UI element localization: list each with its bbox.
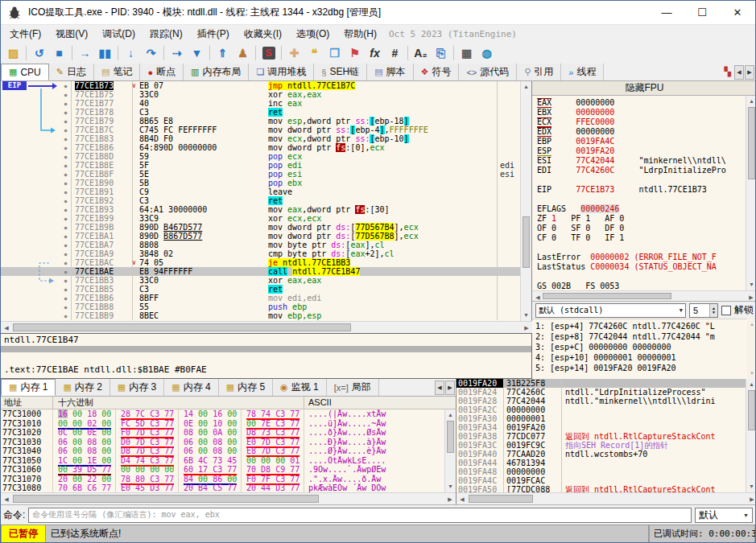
register-line[interactable] [537, 195, 746, 204]
stack-argument-row[interactable]: 3: [esp+C] 00000000 00000000 [535, 342, 747, 352]
stack-row[interactable]: 0019FA4446781394 [456, 459, 746, 467]
breakpoint-dot[interactable]: ● [60, 241, 72, 249]
disasm-row[interactable]: ●77CE1BB98BECmov ebp,esp [1, 311, 521, 320]
tab-dump-4[interactable]: ▦内存 4 [164, 379, 218, 396]
disasm-row[interactable]: ●77CE1BB333C0xor eax,eax [1, 276, 521, 285]
disasm-row[interactable]: ●77CE1BB5C3ret [1, 285, 521, 294]
tab-references[interactable]: ⚲引用 [517, 64, 561, 80]
run-button[interactable]: → [75, 44, 95, 63]
dump-row[interactable]: 77C3101000 00 02 00FC 5D C3 770E 00 10 0… [1, 419, 444, 429]
tab-call-stack[interactable]: ❏调用堆栈 [249, 64, 314, 80]
menu-item-options[interactable]: 选项(O) [289, 25, 337, 43]
scroll-down-arrow[interactable]: ▼ [746, 481, 756, 492]
register-line[interactable]: OF 0 SF 0 DF 0 [537, 224, 746, 233]
step-over-button[interactable]: ↷ [141, 44, 161, 63]
scroll-up-arrow[interactable]: ▲ [747, 319, 756, 330]
disasm-row[interactable]: ●77CE1BA93848 02cmp byte ptr ds:[eax+2],… [1, 249, 521, 258]
tab-symbols[interactable]: ❖符号 [414, 64, 460, 80]
scroll-down-arrow[interactable]: ▼ [747, 368, 756, 379]
disasm-row[interactable]: ●77CE1B8664:890D 00000000mov dword ptr f… [1, 143, 521, 152]
hide-fpu-button[interactable]: 隐藏FPU [532, 81, 756, 96]
tab-scroll-right-button[interactable]: ▶ [745, 65, 754, 80]
register-line[interactable] [537, 272, 746, 282]
register-line[interactable]: EFLAGS 00000246 [537, 204, 746, 214]
tab-script[interactable]: ▤脚本 [367, 64, 413, 80]
register-line[interactable]: ESP 0019FA20 [537, 146, 746, 156]
register-line[interactable]: EAX 00000000 [537, 98, 746, 108]
register-line[interactable]: ESI 77C42044 "minkernel\\ntdll\ [537, 156, 746, 166]
dump-row[interactable]: 77C3104006 00 08 00D8 7D C3 7706 00 08 0… [1, 446, 444, 456]
disasm-row[interactable]: ●77CE1BA78808mov byte ptr ds:[eax],cl [1, 241, 521, 249]
breakpoint-dot[interactable]: ● [60, 267, 72, 276]
disasm-row[interactable]: ●77CE1BB68BFFmov edi,edi [1, 294, 521, 302]
scroll-up-arrow[interactable]: ▲ [746, 379, 756, 390]
menu-item-view[interactable]: 视图(V) [48, 25, 95, 43]
dump-row[interactable]: 77C3103006 00 08 00D0 7D C3 7706 00 08 0… [1, 438, 444, 447]
disasm-row[interactable]: ●77CE1B9933C9xor ecx,ecx [1, 214, 521, 223]
disasm-row[interactable]: ●77CE1B73∨EB 07jmp ntdll.77CE1B7C [1, 81, 521, 90]
patch-button[interactable]: ✚ [284, 44, 304, 63]
scroll-left-arrow[interactable]: ◀ [1, 493, 12, 504]
minimize-button[interactable]: — [649, 1, 684, 24]
tab-cpu[interactable]: ▦CPU [1, 64, 49, 80]
scroll-down-arrow[interactable]: ▼ [445, 481, 456, 492]
args-vscrollbar[interactable]: ▲ ▼ [747, 319, 756, 379]
stepper-arrows-icon[interactable]: ▲▼ [709, 304, 717, 317]
arg-count-stepper[interactable]: 5 ▲▼ [689, 303, 718, 318]
breakpoint-dot[interactable]: ● [60, 205, 72, 214]
stack-vscrollbar[interactable]: ▲ ▼ [746, 379, 756, 492]
stack-row[interactable]: 0019FA4800000000 [456, 467, 746, 476]
scroll-up-arrow[interactable]: ▲ [521, 81, 531, 93]
dump-tab-scroll-right-button[interactable]: ▶ [445, 381, 455, 395]
disasm-vscrollbar[interactable]: ▲ ▼ [520, 81, 531, 321]
strings-button[interactable]: A₂ [411, 44, 431, 63]
scroll-left-arrow[interactable]: ◀ [1, 322, 12, 333]
dump-row[interactable]: 77C3106000 39 D5 7700 00 00 0060 17 C3 7… [1, 465, 444, 475]
scroll-right-arrow[interactable]: ▶ [521, 322, 532, 333]
functions-button[interactable]: fx [365, 44, 385, 63]
disasm-row[interactable]: ●77CE1B91C9leave [1, 187, 521, 196]
breakpoint-dot[interactable]: ● [60, 232, 72, 241]
dump-vscrollbar[interactable]: ▲ ▼ [444, 409, 456, 492]
tab-breakpoints[interactable]: ●断点 [140, 64, 184, 80]
breakpoint-dot[interactable]: ● [60, 117, 72, 125]
tab-scroll-left-button[interactable]: ◀ [734, 65, 744, 80]
menu-item-trace[interactable]: 跟踪(N) [143, 25, 190, 43]
step-down-button[interactable]: ▼ [187, 44, 207, 63]
tab-dump-5[interactable]: ▦内存 5 [219, 379, 273, 396]
command-mode-select[interactable]: 默认 ▼ [695, 508, 753, 523]
tab-notes[interactable]: ▤笔记 [94, 64, 140, 80]
breakpoint-dot[interactable]: ● [60, 302, 72, 311]
scroll-right-arrow[interactable]: ▶ [444, 493, 456, 504]
unlock-checkbox[interactable] [721, 306, 731, 315]
tab-watch-1[interactable]: ◉监视 1 [273, 379, 327, 396]
memory-map-button[interactable]: ◍ [477, 44, 497, 63]
stack-argument-row[interactable]: 4: [esp+10] 00000001 00000001 [535, 352, 747, 363]
disasm-row[interactable]: ●77CE1BA1890D B867D577mov dword ptr ds:[… [1, 232, 521, 241]
tab-dump-1[interactable]: ▦内存 1 [1, 379, 56, 396]
comments-button[interactable]: ❝ [304, 44, 324, 63]
pause-button[interactable]: ▮▮ [95, 44, 115, 63]
breakpoint-dot[interactable]: ● [60, 108, 72, 117]
scrollbar-thumb[interactable] [447, 421, 454, 453]
breakpoint-dot[interactable]: ● [60, 223, 72, 232]
scrollbar-thumb[interactable] [748, 107, 755, 179]
tab-dump-2[interactable]: ▦内存 2 [56, 379, 109, 396]
menu-item-help[interactable]: 帮助(H) [337, 25, 384, 43]
breakpoint-dot[interactable]: ● [60, 99, 72, 108]
scrollbar-thumb[interactable] [13, 495, 319, 503]
disasm-row[interactable]: ●77CE1B7CC745 FC FEFFFFFFmov dword ptr s… [1, 125, 521, 134]
registers-hscrollbar[interactable]: ◀ ▶ [532, 290, 756, 301]
stack-row[interactable]: 0019FA4077CAAD20ntdll.wcstombs+70 [456, 450, 746, 459]
scroll-up-arrow[interactable]: ▲ [746, 96, 756, 107]
breakpoint-dot[interactable]: ● [60, 81, 72, 90]
register-line[interactable]: EBP 0019FA4C [537, 137, 746, 146]
stack-row[interactable]: 0019FA3C0019FC9C指向SEH_Record[1]的指针 [456, 441, 746, 450]
disasm-row[interactable]: ●77CE1B8D59pop ecx [1, 152, 521, 161]
breakpoint-dot[interactable]: ● [60, 179, 72, 187]
breakpoint-dot[interactable]: ● [60, 294, 72, 302]
register-line[interactable]: ZF 1 PF 1 AF 0 [537, 214, 746, 224]
stack-row[interactable]: 0019FA3877CDC077返回到 ntdll.RtlCaptureStac… [456, 432, 746, 441]
stack-row[interactable]: 0019FA4C0019FCAC [456, 476, 746, 485]
hash-button[interactable]: # [385, 44, 405, 63]
